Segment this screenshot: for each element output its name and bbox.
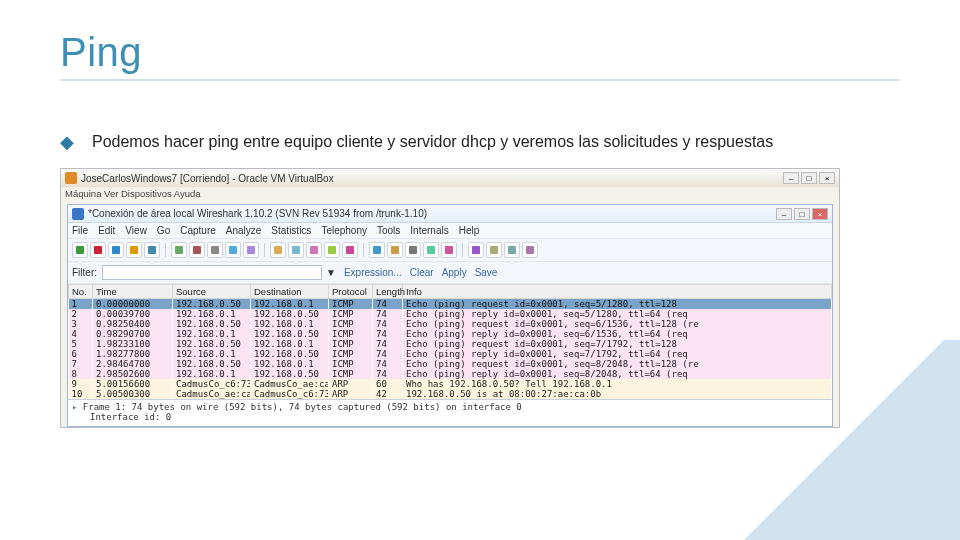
zoomin-icon[interactable] (387, 242, 403, 258)
vbox-titlebar[interactable]: JoseCarlosWindows7 [Corriendo] - Oracle … (61, 169, 839, 187)
table-row[interactable]: 30.98250400192.168.0.50192.168.0.1ICMP74… (69, 319, 832, 329)
ws-maximize-button[interactable]: □ (794, 208, 810, 220)
table-row[interactable]: 20.00039700192.168.0.1192.168.0.50ICMP74… (69, 309, 832, 319)
svg-rect-6 (193, 246, 201, 254)
col-source[interactable]: Source (173, 285, 251, 299)
ws-menubar[interactable]: FileEditViewGoCaptureAnalyzeStatisticsTe… (68, 223, 832, 239)
ws-menu-statistics[interactable]: Statistics (271, 225, 311, 236)
capture-icon[interactable] (72, 242, 88, 258)
vbox-close-button[interactable]: × (819, 172, 835, 184)
options-icon[interactable] (126, 242, 142, 258)
page-title: Ping (60, 30, 900, 81)
table-row[interactable]: 105.00500300CadmusCo_ae:ca:0bCadmusCo_c6… (69, 389, 832, 399)
last-icon[interactable] (324, 242, 340, 258)
svg-rect-8 (229, 246, 237, 254)
ws-toolbar[interactable] (68, 239, 832, 262)
reload-icon[interactable] (207, 242, 223, 258)
vbox-maximize-button[interactable]: □ (801, 172, 817, 184)
find-icon[interactable] (225, 242, 241, 258)
svg-rect-14 (346, 246, 354, 254)
table-header-row[interactable]: No.TimeSourceDestinationProtocolLengthIn… (69, 285, 832, 299)
table-row[interactable]: 72.98464700192.168.0.50192.168.0.1ICMP74… (69, 359, 832, 369)
filter-clear-button[interactable]: Clear (410, 267, 434, 278)
table-row[interactable]: 10.00000000192.168.0.50192.168.0.1ICMP74… (69, 299, 832, 310)
svg-rect-10 (274, 246, 282, 254)
stop-icon[interactable] (90, 242, 106, 258)
fwd-icon[interactable] (270, 242, 286, 258)
svg-rect-1 (94, 246, 102, 254)
ws-menu-internals[interactable]: Internals (410, 225, 448, 236)
filter-apply-button[interactable]: Apply (442, 267, 467, 278)
ws-menu-go[interactable]: Go (157, 225, 170, 236)
col-protocol[interactable]: Protocol (329, 285, 373, 299)
colorize-icon[interactable] (342, 242, 358, 258)
svg-rect-0 (76, 246, 84, 254)
resize-icon[interactable] (441, 242, 457, 258)
ws-filter-bar: Filter: ▼ Expression... Clear Apply Save (68, 262, 832, 284)
zoom100-icon[interactable] (423, 242, 439, 258)
table-row[interactable]: 51.98233100192.168.0.50192.168.0.1ICMP74… (69, 339, 832, 349)
svg-rect-19 (445, 246, 453, 254)
vbox-minimize-button[interactable]: – (783, 172, 799, 184)
stats-icon[interactable] (504, 242, 520, 258)
table-row[interactable]: 82.98502600192.168.0.1192.168.0.50ICMP74… (69, 369, 832, 379)
col-length[interactable]: Length (373, 285, 403, 299)
vbox-title-text: JoseCarlosWindows7 [Corriendo] - Oracle … (81, 173, 334, 184)
slide-accent (730, 340, 960, 540)
ws-menu-help[interactable]: Help (459, 225, 480, 236)
svg-rect-4 (148, 246, 156, 254)
restart-icon[interactable] (108, 242, 124, 258)
save-icon[interactable] (171, 242, 187, 258)
filter-expression-button[interactable]: Expression... (344, 267, 402, 278)
help-icon[interactable] (522, 242, 538, 258)
table-row[interactable]: 61.98277800192.168.0.1192.168.0.50ICMP74… (69, 349, 832, 359)
svg-rect-9 (247, 246, 255, 254)
detail-frame-line[interactable]: Frame 1: 74 bytes on wire (592 bits), 74… (72, 402, 828, 412)
svg-rect-21 (490, 246, 498, 254)
wireshark-icon (72, 208, 84, 220)
autoscroll-icon[interactable] (369, 242, 385, 258)
vbox-menubar[interactable]: Máquina Ver Dispositivos Ayuda (61, 187, 839, 200)
detail-interface-line: Interface id: 0 (72, 412, 828, 422)
wireshark-window: *Conexión de área local Wireshark 1.10.2… (67, 204, 833, 427)
filter2-icon[interactable] (486, 242, 502, 258)
filter1-icon[interactable] (468, 242, 484, 258)
ws-menu-capture[interactable]: Capture (180, 225, 216, 236)
virtualbox-icon (65, 172, 77, 184)
col-no[interactable]: No. (69, 285, 93, 299)
ws-menu-tools[interactable]: Tools (377, 225, 400, 236)
close-icon[interactable] (189, 242, 205, 258)
bullet-mark-icon: ◆ (60, 131, 74, 154)
svg-rect-5 (175, 246, 183, 254)
ws-menu-edit[interactable]: Edit (98, 225, 115, 236)
svg-rect-17 (409, 246, 417, 254)
ws-titlebar[interactable]: *Conexión de área local Wireshark 1.10.2… (68, 205, 832, 223)
filter-save-button[interactable]: Save (475, 267, 498, 278)
svg-rect-7 (211, 246, 219, 254)
svg-rect-22 (508, 246, 516, 254)
packet-details-pane[interactable]: Frame 1: 74 bytes on wire (592 bits), 74… (68, 399, 832, 426)
ws-menu-view[interactable]: View (125, 225, 147, 236)
table-row[interactable]: 40.98290700192.168.0.1192.168.0.50ICMP74… (69, 329, 832, 339)
svg-rect-15 (373, 246, 381, 254)
zoomout-icon[interactable] (405, 242, 421, 258)
ws-close-button[interactable]: × (812, 208, 828, 220)
open-icon[interactable] (144, 242, 160, 258)
first-icon[interactable] (306, 242, 322, 258)
table-row[interactable]: 95.00156600CadmusCo_c6:73:e2CadmusCo_ae:… (69, 379, 832, 389)
col-time[interactable]: Time (93, 285, 173, 299)
back-icon[interactable] (243, 242, 259, 258)
goto-icon[interactable] (288, 242, 304, 258)
col-destination[interactable]: Destination (251, 285, 329, 299)
svg-rect-16 (391, 246, 399, 254)
svg-rect-18 (427, 246, 435, 254)
ws-minimize-button[interactable]: – (776, 208, 792, 220)
ws-menu-telephony[interactable]: Telephony (321, 225, 367, 236)
svg-rect-23 (526, 246, 534, 254)
ws-title-text: *Conexión de área local Wireshark 1.10.2… (88, 208, 427, 219)
col-info[interactable]: Info (403, 285, 832, 299)
ws-menu-analyze[interactable]: Analyze (226, 225, 262, 236)
filter-input[interactable] (102, 265, 322, 280)
packet-list[interactable]: No.TimeSourceDestinationProtocolLengthIn… (68, 284, 832, 399)
ws-menu-file[interactable]: File (72, 225, 88, 236)
